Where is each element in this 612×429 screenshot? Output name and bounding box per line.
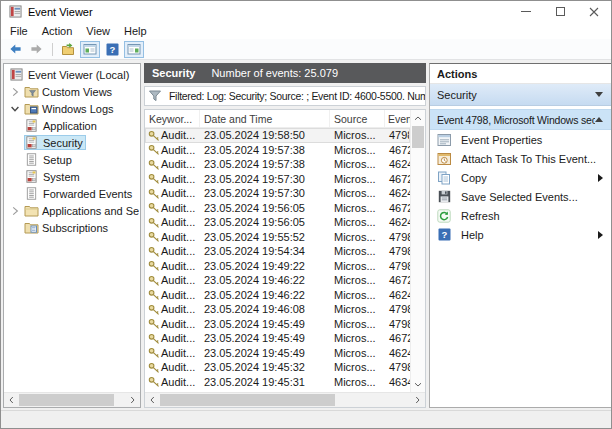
actions-group-security[interactable]: Security bbox=[430, 84, 611, 106]
log-list-panel: Security Number of events: 25.079 Filter… bbox=[144, 63, 426, 408]
event-row[interactable]: Audit...23.05.2024 19:57:30Micros...4624 bbox=[145, 186, 410, 201]
tree-item-security[interactable]: Security bbox=[4, 134, 139, 151]
tree-item-subscriptions[interactable]: Subscriptions bbox=[4, 219, 139, 236]
tree-item-event-viewer-local[interactable]: Event Viewer (Local) bbox=[4, 66, 139, 83]
event-row[interactable]: Audit...23.05.2024 19:45:49Micros...4798 bbox=[145, 317, 410, 332]
event-row[interactable]: Audit...23.05.2024 19:46:08Micros...4798 bbox=[145, 302, 410, 317]
menu-file[interactable]: File bbox=[3, 24, 35, 38]
close-button[interactable] bbox=[577, 1, 611, 22]
maximize-button[interactable] bbox=[543, 1, 577, 22]
menu-view[interactable]: View bbox=[79, 24, 117, 38]
tree-item-application[interactable]: Application bbox=[4, 117, 139, 134]
tree-item-custom-views[interactable]: Custom Views bbox=[4, 83, 139, 100]
tree-scroll-track[interactable] bbox=[19, 393, 125, 407]
source-cell: Micros... bbox=[330, 216, 385, 228]
menu-help[interactable]: Help bbox=[117, 24, 154, 38]
tree-item-label: Custom Views bbox=[41, 86, 112, 98]
tree-horizontal-scrollbar[interactable] bbox=[4, 392, 140, 407]
keywords-value: Audit... bbox=[161, 376, 195, 388]
log-plain-icon bbox=[25, 187, 42, 200]
key-icon bbox=[147, 217, 161, 228]
chevron-up-icon[interactable] bbox=[595, 117, 603, 122]
table-horizontal-scrollbar[interactable] bbox=[145, 392, 425, 407]
event-row[interactable]: Audit...23.05.2024 19:46:22Micros...4624 bbox=[145, 288, 410, 303]
action-help[interactable]: ?Help bbox=[430, 225, 611, 244]
event-row[interactable]: Audit...23.05.2024 19:56:05Micros...4624 bbox=[145, 215, 410, 230]
column-header-keywor[interactable]: Keywor... bbox=[145, 110, 200, 127]
chevron-down-icon[interactable] bbox=[595, 92, 603, 97]
tree-scroll-thumb[interactable] bbox=[19, 394, 114, 406]
keywords-cell: Audit... bbox=[145, 376, 200, 388]
scroll-left-icon[interactable] bbox=[145, 393, 160, 407]
event-row[interactable]: Audit...23.05.2024 19:45:32Micros...4798 bbox=[145, 360, 410, 375]
event-row[interactable]: Audit...23.05.2024 19:54:34Micros...4798 bbox=[145, 244, 410, 259]
tree-item-setup[interactable]: Setup bbox=[4, 151, 139, 168]
column-header-source[interactable]: Source bbox=[330, 110, 385, 127]
event-id-cell: 4634 bbox=[385, 376, 410, 388]
table-scroll-track[interactable] bbox=[160, 393, 410, 407]
minimize-button[interactable] bbox=[509, 1, 543, 22]
datetime-cell: 23.05.2024 19:57:30 bbox=[200, 187, 330, 199]
event-row[interactable]: Audit...23.05.2024 19:57:38Micros...4672 bbox=[145, 143, 410, 158]
toolbar-help-button[interactable]: ? bbox=[102, 41, 122, 58]
table-vscroll-thumb[interactable] bbox=[412, 126, 424, 148]
toolbar-back-arrow-button[interactable] bbox=[5, 41, 25, 58]
table-vertical-scrollbar[interactable] bbox=[410, 110, 425, 392]
event-row[interactable]: Audit...23.05.2024 19:57:30Micros...4672 bbox=[145, 172, 410, 187]
event-row[interactable]: Audit...23.05.2024 19:56:05Micros...4672 bbox=[145, 201, 410, 216]
column-header-event-id[interactable]: Event ID bbox=[385, 110, 410, 127]
menu-action[interactable]: Action bbox=[35, 24, 80, 38]
action-copy[interactable]: Copy bbox=[430, 168, 611, 187]
event-row[interactable]: Audit...23.05.2024 19:58:50Micros...4798 bbox=[145, 128, 410, 143]
event-row[interactable]: Audit...23.05.2024 19:45:49Micros...4672 bbox=[145, 331, 410, 346]
event-id-cell: 4624 bbox=[385, 216, 410, 228]
key-icon bbox=[147, 333, 161, 344]
action-attach-task-to-this-event[interactable]: Attach Task To This Event... bbox=[430, 149, 611, 168]
event-row[interactable]: Audit...23.05.2024 19:57:38Micros...4624 bbox=[145, 157, 410, 172]
action-save-selected-events[interactable]: Save Selected Events... bbox=[430, 187, 611, 206]
filter-notice-bar[interactable]: Filtered: Log: Security; Source: ; Event… bbox=[144, 86, 426, 106]
log-header-bar: Security Number of events: 25.079 bbox=[144, 63, 426, 83]
scroll-left-icon[interactable] bbox=[4, 393, 19, 407]
action-label: Attach Task To This Event... bbox=[461, 153, 603, 165]
toolbar-console-tree-button[interactable] bbox=[80, 41, 100, 58]
toolbar-forward-arrow-button[interactable] bbox=[27, 41, 47, 58]
source-cell: Micros... bbox=[330, 318, 385, 330]
collapsed-chevron-icon[interactable] bbox=[7, 206, 23, 216]
copy-icon bbox=[436, 171, 452, 185]
folder-icon bbox=[24, 204, 41, 217]
actions-group-event-label: Event 4798, Microsoft Windows secur... bbox=[437, 114, 595, 126]
scroll-up-icon[interactable] bbox=[411, 111, 425, 125]
scroll-right-icon[interactable] bbox=[410, 393, 425, 407]
action-refresh[interactable]: Refresh bbox=[430, 206, 611, 225]
keywords-value: Audit... bbox=[161, 129, 195, 141]
table-scroll-thumb[interactable] bbox=[160, 394, 335, 406]
action-event-properties[interactable]: Event Properties bbox=[430, 130, 611, 149]
tree-item-forwarded-events[interactable]: Forwarded Events bbox=[4, 185, 139, 202]
event-row[interactable]: Audit...23.05.2024 19:55:52Micros...4798 bbox=[145, 230, 410, 245]
actions-group-event-4798[interactable]: Event 4798, Microsoft Windows secur... bbox=[430, 109, 611, 130]
folder-filter-icon bbox=[24, 85, 41, 98]
event-row[interactable]: Audit...23.05.2024 19:46:22Micros...4672 bbox=[145, 273, 410, 288]
toolbar-export-log-button[interactable] bbox=[58, 41, 78, 58]
event-row[interactable]: Audit...23.05.2024 19:49:22Micros...4798 bbox=[145, 259, 410, 274]
event-row[interactable]: Audit...23.05.2024 19:45:31Micros...4634 bbox=[145, 375, 410, 390]
tree-item-applications-and-services-log[interactable]: Applications and Services Log bbox=[4, 202, 139, 219]
key-icon bbox=[147, 260, 161, 271]
submenu-arrow-icon bbox=[598, 231, 603, 239]
keywords-cell: Audit... bbox=[145, 318, 200, 330]
key-icon bbox=[147, 347, 161, 358]
toolbar-action-pane-button[interactable] bbox=[124, 41, 144, 58]
scroll-down-icon[interactable] bbox=[411, 377, 425, 391]
tree-item-windows-logs[interactable]: Windows Logs bbox=[4, 100, 139, 117]
column-header-date-and-time[interactable]: Date and Time bbox=[200, 110, 330, 127]
keywords-cell: Audit... bbox=[145, 187, 200, 199]
expanded-chevron-icon[interactable] bbox=[7, 105, 23, 113]
forward-arrow-icon bbox=[30, 42, 44, 56]
keywords-value: Audit... bbox=[161, 202, 195, 214]
event-id-cell: 4798 bbox=[385, 303, 410, 315]
scroll-right-icon[interactable] bbox=[125, 393, 140, 407]
tree-item-system[interactable]: System bbox=[4, 168, 139, 185]
event-row[interactable]: Audit...23.05.2024 19:45:49Micros...4624 bbox=[145, 346, 410, 361]
collapsed-chevron-icon[interactable] bbox=[7, 87, 23, 97]
